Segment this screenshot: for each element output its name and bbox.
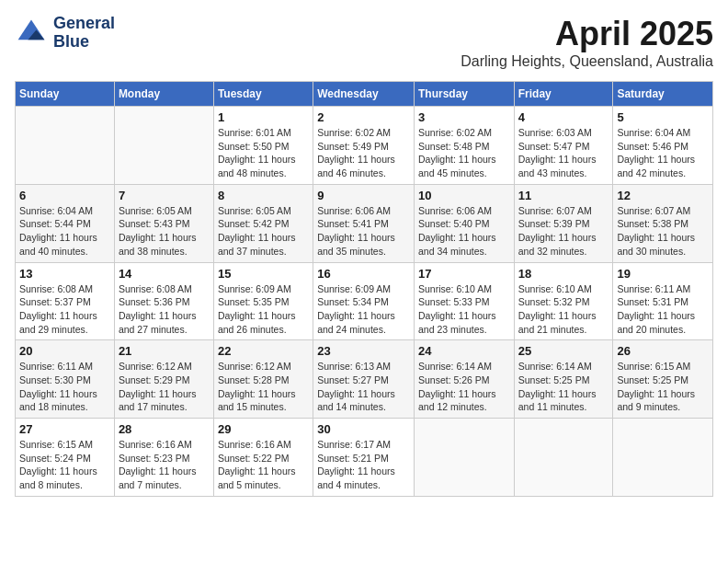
calendar-cell: 9Sunrise: 6:06 AM Sunset: 5:41 PM Daylig…	[313, 184, 415, 262]
day-detail: Sunrise: 6:11 AM Sunset: 5:30 PM Dayligh…	[19, 360, 110, 414]
calendar-cell: 28Sunrise: 6:16 AM Sunset: 5:23 PM Dayli…	[114, 419, 213, 497]
day-detail: Sunrise: 6:07 AM Sunset: 5:38 PM Dayligh…	[617, 204, 709, 259]
day-number: 1	[218, 110, 309, 124]
day-number: 28	[119, 422, 210, 436]
calendar-cell: 10Sunrise: 6:06 AM Sunset: 5:40 PM Dayli…	[414, 184, 514, 262]
day-number: 10	[418, 189, 510, 202]
day-number: 21	[119, 344, 210, 358]
day-number: 16	[317, 267, 410, 281]
day-number: 11	[518, 189, 609, 202]
day-detail: Sunrise: 6:04 AM Sunset: 5:46 PM Dayligh…	[617, 126, 709, 180]
day-detail: Sunrise: 6:12 AM Sunset: 5:28 PM Dayligh…	[218, 360, 309, 414]
day-detail: Sunrise: 6:02 AM Sunset: 5:48 PM Dayligh…	[418, 126, 510, 180]
title-block: April 2025 Darling Heights, Queensland, …	[461, 15, 713, 70]
logo-text: General Blue	[53, 15, 115, 52]
day-number: 5	[617, 110, 709, 124]
day-number: 15	[218, 267, 309, 281]
weekday-header-tuesday: Tuesday	[213, 82, 313, 107]
day-number: 12	[617, 189, 709, 202]
day-detail: Sunrise: 6:16 AM Sunset: 5:22 PM Dayligh…	[218, 438, 309, 492]
day-detail: Sunrise: 6:06 AM Sunset: 5:41 PM Dayligh…	[317, 204, 410, 259]
day-detail: Sunrise: 6:15 AM Sunset: 5:24 PM Dayligh…	[19, 438, 110, 492]
calendar-cell: 7Sunrise: 6:05 AM Sunset: 5:43 PM Daylig…	[114, 184, 213, 262]
day-number: 9	[317, 189, 410, 202]
calendar-cell: 4Sunrise: 6:03 AM Sunset: 5:47 PM Daylig…	[514, 107, 613, 185]
calendar-cell: 11Sunrise: 6:07 AM Sunset: 5:39 PM Dayli…	[514, 184, 613, 262]
header-row: SundayMondayTuesdayWednesdayThursdayFrid…	[16, 82, 713, 107]
day-number: 13	[19, 267, 110, 281]
weekday-header-wednesday: Wednesday	[313, 82, 415, 107]
calendar-cell: 15Sunrise: 6:09 AM Sunset: 5:35 PM Dayli…	[213, 262, 313, 340]
day-number: 3	[418, 110, 510, 124]
day-detail: Sunrise: 6:02 AM Sunset: 5:49 PM Dayligh…	[317, 126, 410, 180]
calendar-cell: 1Sunrise: 6:01 AM Sunset: 5:50 PM Daylig…	[213, 107, 313, 185]
calendar-cell: 13Sunrise: 6:08 AM Sunset: 5:37 PM Dayli…	[16, 262, 115, 340]
day-detail: Sunrise: 6:04 AM Sunset: 5:44 PM Dayligh…	[19, 204, 110, 259]
week-row-5: 27Sunrise: 6:15 AM Sunset: 5:24 PM Dayli…	[16, 419, 713, 497]
day-number: 26	[617, 344, 709, 358]
calendar-cell	[414, 419, 514, 497]
day-detail: Sunrise: 6:07 AM Sunset: 5:39 PM Dayligh…	[518, 204, 609, 259]
day-number: 17	[418, 267, 510, 281]
calendar-cell: 21Sunrise: 6:12 AM Sunset: 5:29 PM Dayli…	[114, 340, 213, 419]
location-title: Darling Heights, Queensland, Australia	[461, 53, 713, 70]
calendar-cell: 30Sunrise: 6:17 AM Sunset: 5:21 PM Dayli…	[313, 419, 415, 497]
calendar-cell	[114, 107, 213, 185]
day-detail: Sunrise: 6:03 AM Sunset: 5:47 PM Dayligh…	[518, 126, 609, 180]
day-detail: Sunrise: 6:09 AM Sunset: 5:34 PM Dayligh…	[317, 282, 410, 337]
calendar-cell: 24Sunrise: 6:14 AM Sunset: 5:26 PM Dayli…	[414, 340, 514, 419]
day-number: 7	[119, 189, 210, 202]
day-detail: Sunrise: 6:06 AM Sunset: 5:40 PM Dayligh…	[418, 204, 510, 259]
calendar-cell: 6Sunrise: 6:04 AM Sunset: 5:44 PM Daylig…	[16, 184, 115, 262]
weekday-header-saturday: Saturday	[613, 82, 713, 107]
day-detail: Sunrise: 6:01 AM Sunset: 5:50 PM Dayligh…	[218, 126, 309, 180]
calendar-cell: 29Sunrise: 6:16 AM Sunset: 5:22 PM Dayli…	[213, 419, 313, 497]
day-number: 14	[119, 267, 210, 281]
week-row-3: 13Sunrise: 6:08 AM Sunset: 5:37 PM Dayli…	[16, 262, 713, 340]
day-number: 30	[317, 422, 410, 436]
day-detail: Sunrise: 6:13 AM Sunset: 5:27 PM Dayligh…	[317, 360, 410, 414]
calendar-cell: 27Sunrise: 6:15 AM Sunset: 5:24 PM Dayli…	[16, 419, 115, 497]
day-number: 20	[19, 344, 110, 358]
day-number: 24	[418, 344, 510, 358]
calendar-cell: 3Sunrise: 6:02 AM Sunset: 5:48 PM Daylig…	[414, 107, 514, 185]
week-row-2: 6Sunrise: 6:04 AM Sunset: 5:44 PM Daylig…	[16, 184, 713, 262]
calendar-cell: 26Sunrise: 6:15 AM Sunset: 5:25 PM Dayli…	[613, 340, 713, 419]
week-row-4: 20Sunrise: 6:11 AM Sunset: 5:30 PM Dayli…	[16, 340, 713, 419]
day-number: 25	[518, 344, 609, 358]
calendar-cell: 22Sunrise: 6:12 AM Sunset: 5:28 PM Dayli…	[213, 340, 313, 419]
month-title: April 2025	[461, 15, 713, 53]
calendar-cell: 17Sunrise: 6:10 AM Sunset: 5:33 PM Dayli…	[414, 262, 514, 340]
day-detail: Sunrise: 6:17 AM Sunset: 5:21 PM Dayligh…	[317, 438, 410, 492]
day-detail: Sunrise: 6:09 AM Sunset: 5:35 PM Dayligh…	[218, 282, 309, 337]
calendar-cell: 12Sunrise: 6:07 AM Sunset: 5:38 PM Dayli…	[613, 184, 713, 262]
day-detail: Sunrise: 6:14 AM Sunset: 5:26 PM Dayligh…	[418, 360, 510, 414]
day-detail: Sunrise: 6:12 AM Sunset: 5:29 PM Dayligh…	[119, 360, 210, 414]
calendar-cell	[514, 419, 613, 497]
calendar-cell: 8Sunrise: 6:05 AM Sunset: 5:42 PM Daylig…	[213, 184, 313, 262]
day-number: 2	[317, 110, 410, 124]
day-detail: Sunrise: 6:15 AM Sunset: 5:25 PM Dayligh…	[617, 360, 709, 414]
weekday-header-friday: Friday	[514, 82, 613, 107]
calendar-cell: 23Sunrise: 6:13 AM Sunset: 5:27 PM Dayli…	[313, 340, 415, 419]
calendar-cell: 19Sunrise: 6:11 AM Sunset: 5:31 PM Dayli…	[613, 262, 713, 340]
day-number: 18	[518, 267, 609, 281]
day-detail: Sunrise: 6:08 AM Sunset: 5:36 PM Dayligh…	[119, 282, 210, 337]
day-detail: Sunrise: 6:14 AM Sunset: 5:25 PM Dayligh…	[518, 360, 609, 414]
logo: General Blue	[15, 15, 115, 52]
day-detail: Sunrise: 6:05 AM Sunset: 5:43 PM Dayligh…	[119, 204, 210, 259]
day-number: 8	[218, 189, 309, 202]
week-row-1: 1Sunrise: 6:01 AM Sunset: 5:50 PM Daylig…	[16, 107, 713, 185]
calendar-cell: 20Sunrise: 6:11 AM Sunset: 5:30 PM Dayli…	[16, 340, 115, 419]
day-detail: Sunrise: 6:16 AM Sunset: 5:23 PM Dayligh…	[119, 438, 210, 492]
day-number: 23	[317, 344, 410, 358]
day-number: 19	[617, 267, 709, 281]
day-number: 22	[218, 344, 309, 358]
weekday-header-monday: Monday	[114, 82, 213, 107]
calendar-cell: 16Sunrise: 6:09 AM Sunset: 5:34 PM Dayli…	[313, 262, 415, 340]
day-detail: Sunrise: 6:10 AM Sunset: 5:32 PM Dayligh…	[518, 282, 609, 337]
day-number: 6	[19, 189, 110, 202]
calendar-cell: 14Sunrise: 6:08 AM Sunset: 5:36 PM Dayli…	[114, 262, 213, 340]
calendar-table: SundayMondayTuesdayWednesdayThursdayFrid…	[15, 81, 713, 497]
day-detail: Sunrise: 6:10 AM Sunset: 5:33 PM Dayligh…	[418, 282, 510, 337]
